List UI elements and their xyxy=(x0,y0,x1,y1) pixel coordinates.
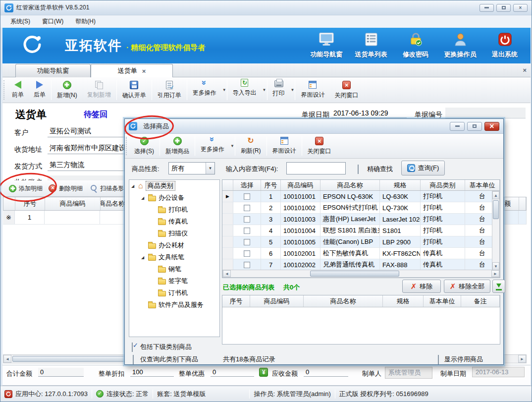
remove-button[interactable]: 移除 xyxy=(402,280,441,293)
dialog-minimize-button[interactable] xyxy=(450,122,465,131)
prev-order-button[interactable]: 前单 xyxy=(7,77,29,103)
close-window-button[interactable]: 关闭窗口 xyxy=(329,77,363,103)
sel-col-note[interactable]: 备注 xyxy=(461,295,500,307)
banner-delivery-list-button[interactable]: 送货单列表 xyxy=(352,32,390,59)
quote-order-button[interactable]: 引用订单 xyxy=(153,77,186,103)
dialog-close-button[interactable]: × xyxy=(484,122,499,131)
menu-window[interactable]: 窗口(W) xyxy=(37,16,68,27)
expander-icon[interactable]: ◢ xyxy=(141,196,146,200)
row-checkbox[interactable] xyxy=(244,262,250,268)
receivable-field[interactable]: 0 xyxy=(304,368,348,377)
total-field[interactable]: 0 xyxy=(38,368,84,377)
print-button[interactable]: 打印 xyxy=(268,77,290,99)
dialog-maximize-button[interactable] xyxy=(467,122,482,131)
row-checkbox[interactable] xyxy=(244,228,250,234)
close-button[interactable]: × xyxy=(513,4,528,12)
row-checkbox[interactable] xyxy=(244,250,250,257)
tabstrip-close-icon[interactable]: × xyxy=(523,66,527,74)
left-col-seq[interactable]: 序号 xyxy=(15,197,45,210)
tree-item[interactable]: 签字笔 xyxy=(129,275,219,287)
sel-col-code[interactable]: 商品编码 xyxy=(250,295,304,307)
row-checkbox[interactable] xyxy=(244,216,250,223)
add-new-button[interactable]: 新增(N) xyxy=(52,77,82,103)
doc-date-value[interactable]: 2017-06-13 09:29 xyxy=(331,109,407,118)
scroll-right-icon[interactable]: ► xyxy=(491,270,499,277)
tab-delivery-order[interactable]: 送货单 × xyxy=(91,64,173,77)
dropdown-arrow-icon[interactable]: ▼ xyxy=(222,88,226,92)
col-seq[interactable]: 序号 xyxy=(261,180,281,190)
menu-system[interactable]: 系统(S) xyxy=(5,16,35,27)
delete-detail-button[interactable]: 删除明细 xyxy=(46,183,86,194)
dialog-ui-design-button[interactable]: 界面设计 xyxy=(267,134,301,158)
product-row[interactable]: ▶ 1 100101001 EPSON LQ-630K LQ-630K 打印机 … xyxy=(222,191,500,202)
product-row[interactable]: 5 100101005 佳能(Canon) LBP LBP 2900 打印机 台 xyxy=(222,236,500,248)
confirm-order-button[interactable]: 确认开单 xyxy=(117,77,151,103)
more-actions-button[interactable]: 更多操作 xyxy=(188,77,221,99)
offer-field[interactable]: 0 xyxy=(211,368,254,377)
product-nature-select[interactable]: 所有 ▼ xyxy=(168,162,215,174)
query-button[interactable]: 查询(F) xyxy=(401,161,445,175)
doc-no-field[interactable] xyxy=(445,108,526,118)
col-unit[interactable]: 基本单位 xyxy=(465,180,500,190)
banner-change-password-button[interactable]: 修改密码 xyxy=(397,32,434,59)
row-checkbox[interactable] xyxy=(244,205,250,211)
dialog-select-button[interactable]: 选择(S) xyxy=(129,134,159,158)
product-row[interactable]: 7 100102002 兄弟普通纸传真机 FAX-888 传真机 台 xyxy=(222,259,500,271)
ui-design-button[interactable]: 界面设计 xyxy=(296,77,329,103)
import-export-button[interactable]: 导入导出 xyxy=(228,77,262,99)
dialog-close-window-button[interactable]: 关闭窗口 xyxy=(303,134,336,158)
row-checkbox[interactable] xyxy=(244,193,250,200)
grid-vscrollbar[interactable]: ▲ ▼ xyxy=(492,191,500,271)
tree-item[interactable]: ◢文具纸笔 xyxy=(129,251,219,263)
tab-nav-window[interactable]: 功能导航窗 xyxy=(15,64,91,77)
tree-item-root[interactable]: ◢商品类别 xyxy=(129,180,219,192)
tree-item[interactable]: 打印机 xyxy=(129,204,219,216)
scroll-down-icon[interactable]: ▼ xyxy=(492,262,499,270)
tree-item[interactable]: 扫描仪 xyxy=(129,228,219,239)
dropdown-arrow-icon[interactable]: ▼ xyxy=(230,144,234,148)
only-this-checkbox[interactable] xyxy=(133,355,134,364)
tree-item[interactable]: 传真机 xyxy=(129,216,219,228)
minimize-button[interactable] xyxy=(479,4,494,12)
exact-search-checkbox[interactable] xyxy=(358,165,359,174)
add-detail-button[interactable]: 添加明细 xyxy=(6,183,46,194)
banner-exit-button[interactable]: 退出系统 xyxy=(486,32,524,59)
dialog-refresh-button[interactable]: 刷新(R) xyxy=(236,134,266,158)
col-spec[interactable]: 规格 xyxy=(380,180,421,190)
include-sub-checkbox[interactable] xyxy=(132,343,133,352)
show-disabled-checkbox[interactable] xyxy=(438,355,439,364)
ship-method-field[interactable]: 第三方物流 xyxy=(48,160,126,171)
discount-field[interactable]: 100 xyxy=(130,368,174,377)
scroll-left-icon[interactable]: ◄ xyxy=(223,270,231,277)
dialog-add-product-button[interactable]: 新增商品 xyxy=(160,134,194,158)
product-row[interactable]: 3 100101003 惠普(HP) LaserJet LaserJet 102… xyxy=(222,214,500,225)
expander-icon[interactable]: ◢ xyxy=(131,184,136,188)
product-row[interactable]: 6 100102001 松下热敏传真机 KX-FT862CN 传真机 台 xyxy=(222,248,500,259)
tree-item[interactable]: 软件产品及服务 xyxy=(129,299,219,311)
select-dropdown-icon[interactable]: ▼ xyxy=(206,163,214,174)
dropdown-arrow-icon[interactable]: ▼ xyxy=(263,88,266,92)
tab-close-icon[interactable]: × xyxy=(142,67,146,75)
left-col-code[interactable]: 商品编码 xyxy=(45,197,101,210)
scan-barcode-button[interactable]: 扫描条形 xyxy=(87,183,127,194)
maximize-button[interactable] xyxy=(496,4,511,12)
remove-all-button[interactable]: 移除全部 xyxy=(444,280,490,293)
scroll-right-icon[interactable]: ► xyxy=(518,355,526,363)
dropdown-arrow-icon[interactable]: ▼ xyxy=(291,88,295,92)
sel-col-name[interactable]: 商品名称 xyxy=(304,295,383,307)
expander-icon[interactable]: ◢ xyxy=(141,255,146,260)
col-cat[interactable]: 商品类别 xyxy=(421,180,465,190)
customer-field[interactable]: 亚拓公司测试 xyxy=(48,126,126,137)
tree-item[interactable]: 办公耗材 xyxy=(129,239,219,251)
tree-item[interactable]: 钢笔 xyxy=(129,263,219,275)
product-row[interactable]: 2 100101002 EPSON针式打印机 LQ-730K 打印机 台 xyxy=(222,202,500,214)
scroll-left-icon[interactable]: ◄ xyxy=(3,355,11,363)
col-select[interactable]: 选择 xyxy=(233,180,261,190)
product-row[interactable]: 4 100101004 联想 S1801 黑白激光 S1801 打印机 台 xyxy=(222,225,500,236)
sel-col-spec[interactable]: 规格 xyxy=(383,295,424,307)
menu-help[interactable]: 帮助(H) xyxy=(70,16,101,27)
tree-item[interactable]: ◢办公设备 xyxy=(129,192,219,204)
left-col-name[interactable]: 商品名称 xyxy=(101,197,125,210)
sel-col-unit[interactable]: 基本单位 xyxy=(424,295,461,307)
col-code[interactable]: 商品编码 xyxy=(281,180,320,190)
